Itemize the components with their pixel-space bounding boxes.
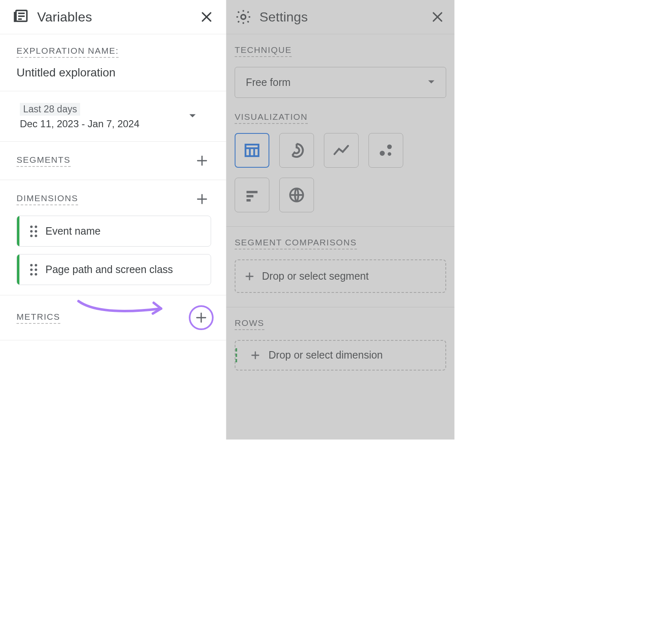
date-range-picker[interactable]: Last 28 days Dec 11, 2023 - Jan 7, 2024: [0, 91, 226, 142]
dimensions-label: DIMENSIONS: [17, 193, 78, 205]
viz-line-button[interactable]: [324, 133, 359, 168]
settings-header: Settings: [226, 0, 454, 34]
highlight-annotation: [189, 305, 214, 330]
rows-section: ROWS Drop or select dimension: [226, 307, 454, 385]
technique-section: TECHNIQUE Free form VISUALIZATION: [226, 34, 454, 227]
variables-icon: [12, 8, 30, 26]
viz-bar-button[interactable]: [235, 178, 269, 212]
segment-comparisons-section: SEGMENT COMPARISONS Drop or select segme…: [226, 227, 454, 307]
svg-point-19: [380, 151, 385, 156]
viz-donut-button[interactable]: [279, 133, 314, 168]
variables-title: Variables: [37, 10, 190, 25]
rows-label: ROWS: [235, 318, 264, 330]
svg-rect-15: [245, 145, 259, 156]
viz-scatter-button[interactable]: [369, 133, 403, 168]
technique-label: TECHNIQUE: [235, 45, 292, 57]
gear-icon: [235, 8, 252, 26]
settings-panel: Settings TECHNIQUE Free form VISUALIZATI…: [226, 0, 454, 440]
drag-handle-icon[interactable]: [30, 264, 37, 276]
variables-header: Variables: [0, 0, 226, 34]
svg-point-21: [388, 152, 391, 156]
exploration-name-section: EXPLORATION NAME: Untitled exploration: [0, 34, 226, 91]
svg-rect-24: [247, 199, 251, 202]
segment-drop-text: Drop or select segment: [262, 270, 369, 282]
dropdown-caret-icon: [189, 113, 196, 120]
add-segment-button[interactable]: [193, 152, 211, 170]
svg-rect-22: [247, 191, 258, 193]
segment-drop-zone[interactable]: Drop or select segment: [235, 259, 446, 293]
close-settings-button[interactable]: [428, 7, 447, 26]
date-range: Dec 11, 2023 - Jan 7, 2024: [20, 118, 189, 130]
exploration-name-input[interactable]: Untitled exploration: [17, 66, 211, 79]
exploration-name-label: EXPLORATION NAME:: [17, 46, 119, 58]
dimensions-section: DIMENSIONS Event name Page path and scre…: [0, 180, 226, 295]
variables-panel: Variables EXPLORATION NAME: Untitled exp…: [0, 0, 226, 440]
settings-title: Settings: [259, 10, 421, 25]
segments-section: SEGMENTS: [0, 142, 226, 180]
metrics-section: METRICS: [0, 295, 226, 340]
date-preset: Last 28 days: [20, 103, 80, 116]
visualization-grid: [235, 133, 446, 212]
viz-table-button[interactable]: [235, 133, 269, 168]
segment-comparisons-label: SEGMENT COMPARISONS: [235, 238, 357, 250]
visualization-label: VISUALIZATION: [235, 112, 308, 124]
dimension-indicator: [235, 348, 239, 362]
metrics-label: METRICS: [17, 312, 60, 324]
dimension-chip[interactable]: Page path and screen class: [17, 254, 211, 285]
dimension-chip[interactable]: Event name: [17, 216, 211, 247]
dimension-chip-label: Event name: [45, 225, 100, 237]
drag-handle-icon[interactable]: [30, 226, 37, 237]
rows-drop-zone[interactable]: Drop or select dimension: [235, 340, 446, 371]
dimension-chip-label: Page path and screen class: [45, 264, 173, 276]
close-variables-button[interactable]: [197, 7, 216, 26]
svg-point-20: [387, 145, 392, 149]
svg-rect-23: [247, 195, 254, 197]
add-metric-button[interactable]: [195, 311, 208, 324]
technique-value: Free form: [246, 76, 290, 88]
rows-drop-text: Drop or select dimension: [269, 348, 383, 362]
svg-point-12: [241, 14, 245, 19]
add-dimension-button[interactable]: [193, 190, 211, 208]
dropdown-caret-icon: [428, 79, 435, 86]
segments-label: SEGMENTS: [17, 155, 71, 167]
technique-select[interactable]: Free form: [235, 67, 446, 98]
viz-geo-button[interactable]: [279, 178, 314, 212]
